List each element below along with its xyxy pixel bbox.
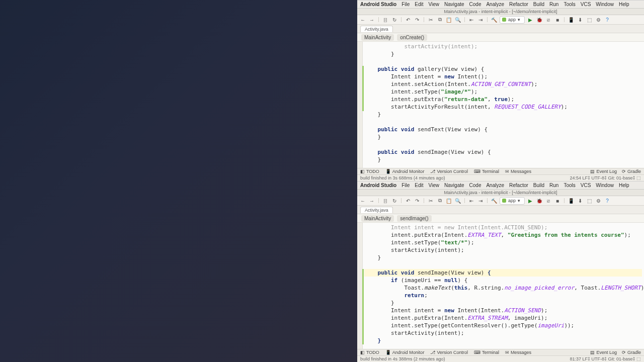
help-icon[interactable]: ? [604,197,611,204]
attach-icon[interactable]: ⎚ [545,197,552,204]
editor-tab[interactable]: Activity.java [360,207,393,213]
save-icon[interactable]: ⌸ [382,16,389,23]
sync-icon[interactable]: ↻ [391,197,398,204]
menu-item[interactable]: Help [619,183,629,188]
paste-icon[interactable]: 📋 [445,197,452,204]
copy-icon[interactable]: ⧉ [436,16,443,23]
gradle-tab[interactable]: ⟳ Gradle [622,169,641,174]
menu-item[interactable]: File [401,183,410,188]
menu-item[interactable]: Window [596,2,614,7]
breadcrumb-method[interactable]: sendImage() [397,215,431,222]
menu-item[interactable]: VCS [581,183,591,188]
vcs-change-bar [362,269,364,344]
editor-tab[interactable]: Activity.java [360,26,393,32]
settings-icon[interactable]: ⚙ [595,16,602,23]
menu-item[interactable]: Navigate [444,183,464,188]
redo-icon[interactable]: ↷ [414,16,421,23]
version-control-tab[interactable]: ⎇ Version Control [430,350,468,355]
sdk-icon[interactable]: ⬇ [577,197,584,204]
android-monitor-tab[interactable]: 📱 Android Monitor [385,169,425,174]
code-line: public void sendText(View view) { [364,126,642,133]
prev-icon[interactable]: ⇤ [468,16,475,23]
run-icon[interactable]: ▶ [527,16,534,23]
version-control-tab[interactable]: ⎇ Version Control [430,169,468,174]
layout-icon[interactable]: ⬚ [586,16,593,23]
menu-item[interactable]: Navigate [444,2,464,7]
messages-tab[interactable]: ✉ Messages [505,350,531,355]
breadcrumb-class[interactable]: MainActivity [361,34,394,41]
back-icon[interactable]: ← [359,197,366,204]
menu-item[interactable]: View [429,183,440,188]
run-config-select[interactable]: app ▾ [500,197,525,205]
todo-tab[interactable]: ◧ TODO [360,350,379,355]
menu-item[interactable]: Tools [564,183,575,188]
build-icon[interactable]: 🔨 [491,16,498,23]
menu-item[interactable]: Run [549,2,558,7]
menu-item[interactable]: Run [549,183,558,188]
find-icon[interactable]: 🔍 [454,197,461,204]
settings-icon[interactable]: ⚙ [595,197,602,204]
menu-item[interactable]: Help [619,2,629,7]
forward-icon[interactable]: → [368,16,375,23]
breadcrumb-class[interactable]: MainActivity [361,215,394,222]
avd-icon[interactable]: 📱 [568,16,575,23]
code-line: if (imageUri == null) { [364,277,642,284]
menu-item[interactable]: Build [533,2,544,7]
next-icon[interactable]: ⇥ [477,16,484,23]
save-icon[interactable]: ⌸ [382,197,389,204]
menu-item[interactable]: Build [533,183,544,188]
menu-item[interactable]: Code [469,183,481,188]
next-icon[interactable]: ⇥ [477,197,484,204]
event-log-tab[interactable]: ▤ Event Log [590,169,617,174]
prev-icon[interactable]: ⇤ [468,197,475,204]
menu-item[interactable]: Analyze [486,2,504,7]
terminal-tab[interactable]: ⌨ Terminal [474,169,499,174]
run-config-select[interactable]: app ▾ [500,16,525,24]
attach-icon[interactable]: ⎚ [545,16,552,23]
cut-icon[interactable]: ✂ [427,16,434,23]
menu-item[interactable]: Edit [415,2,423,7]
undo-icon[interactable]: ↶ [405,197,412,204]
android-monitor-tab[interactable]: 📱 Android Monitor [385,350,425,355]
cut-icon[interactable]: ✂ [427,197,434,204]
menu-bar: Android Studio File Edit View Navigate C… [357,1,644,8]
menu-item[interactable]: Refactor [509,183,528,188]
copy-icon[interactable]: ⧉ [436,197,443,204]
breadcrumb-method[interactable]: onCreate() [397,34,427,41]
layout-icon[interactable]: ⬚ [586,197,593,204]
gradle-tab[interactable]: ⟳ Gradle [622,350,641,355]
redo-icon[interactable]: ↷ [414,197,421,204]
terminal-tab[interactable]: ⌨ Terminal [474,350,499,355]
debug-icon[interactable]: 🐞 [536,197,543,204]
forward-icon[interactable]: → [368,197,375,204]
todo-tab[interactable]: ◧ TODO [360,169,379,174]
menu-item[interactable]: Edit [415,183,423,188]
menu-item[interactable]: Tools [564,2,575,7]
avd-icon[interactable]: 📱 [568,197,575,204]
stop-icon[interactable]: ■ [554,197,561,204]
find-icon[interactable]: 🔍 [454,16,461,23]
paste-icon[interactable]: 📋 [445,16,452,23]
code-editor[interactable]: startActivity(intent); } public void gal… [357,42,644,168]
run-icon[interactable]: ▶ [527,197,534,204]
code-editor[interactable]: Intent intent = new Intent(Intent.ACTION… [357,223,644,349]
hero-photo: photo [0,0,357,362]
stop-icon[interactable]: ■ [554,16,561,23]
messages-tab[interactable]: ✉ Messages [505,169,531,174]
build-icon[interactable]: 🔨 [491,197,498,204]
debug-icon[interactable]: 🐞 [536,16,543,23]
menu-item[interactable]: Window [596,183,614,188]
menu-item[interactable]: File [401,2,410,7]
menu-item[interactable]: VCS [581,2,591,7]
event-log-tab[interactable]: ▤ Event Log [590,350,617,355]
menu-item[interactable]: Analyze [486,183,504,188]
code-line: public void sendImage(View view) { [364,269,642,277]
undo-icon[interactable]: ↶ [405,16,412,23]
back-icon[interactable]: ← [359,16,366,23]
menu-item[interactable]: Refactor [509,2,528,7]
sync-icon[interactable]: ↻ [391,16,398,23]
menu-item[interactable]: View [429,2,440,7]
sdk-icon[interactable]: ⬇ [577,16,584,23]
help-icon[interactable]: ? [604,16,611,23]
menu-item[interactable]: Code [469,2,481,7]
